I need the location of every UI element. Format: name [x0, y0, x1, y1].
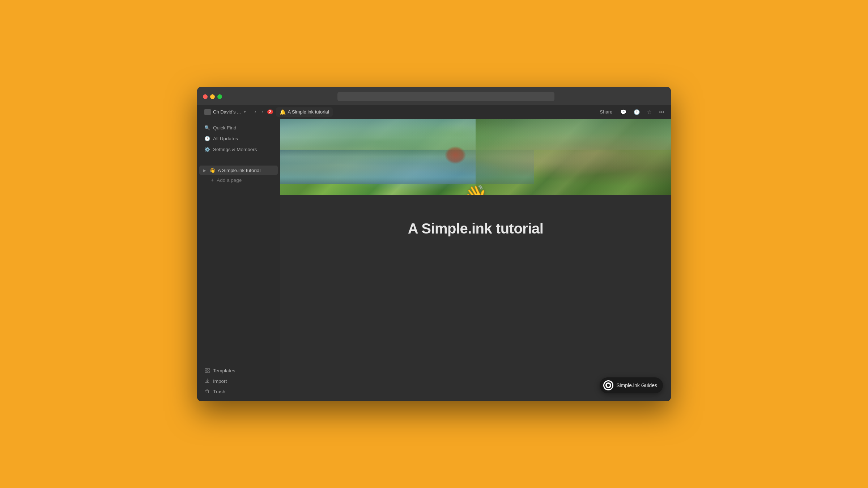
ellipsis-icon: ••• [659, 109, 664, 115]
browser-chrome [197, 87, 671, 105]
svg-rect-2 [205, 371, 207, 373]
content-area: 👋 A Simple.ink tutorial [280, 119, 671, 401]
tab-bar-actions: Share 💬 🕐 ☆ ••• [597, 108, 667, 116]
sidebar-divider [202, 157, 275, 157]
sidebar-bottom: Templates Import [197, 365, 280, 401]
content-scroll[interactable]: 👋 A Simple.ink tutorial [280, 119, 671, 401]
cover-image: 👋 [280, 119, 671, 195]
minimize-button[interactable] [210, 94, 215, 99]
fullscreen-button[interactable] [217, 94, 222, 99]
updates-icon: 🕐 [204, 136, 210, 141]
sidebar-item-add-page[interactable]: + Add a page [199, 175, 278, 185]
app-container: Ch David's ... ▼ ‹ › 2 🔔 A Simple.ink tu… [197, 105, 671, 401]
pages-section: ▶ 👋 A Simple.ink tutorial + Add a page [197, 165, 280, 185]
add-page-label: Add a page [217, 177, 242, 183]
share-button[interactable]: Share [597, 108, 616, 116]
page-title: A Simple.ink tutorial [408, 221, 544, 237]
comment-icon: 💬 [620, 109, 626, 115]
page-content: A Simple.ink tutorial [280, 195, 671, 401]
address-bar[interactable] [337, 92, 554, 101]
nav-controls: ‹ › 2 [252, 108, 273, 116]
more-options-button[interactable]: ••• [657, 108, 667, 116]
workspace-name: Ch David's ... [213, 109, 241, 115]
workspace-selector[interactable]: Ch David's ... ▼ [201, 107, 250, 117]
all-updates-label: All Updates [213, 136, 238, 141]
notification-badge: 2 [267, 110, 273, 114]
tab-label: A Simple.ink tutorial [288, 109, 329, 115]
star-icon: ☆ [647, 109, 652, 115]
guides-logo-ring [604, 381, 612, 389]
guides-badge[interactable]: Simple.ink Guides [600, 377, 663, 393]
trash-label: Trash [213, 389, 225, 394]
tab-bar: Ch David's ... ▼ ‹ › 2 🔔 A Simple.ink tu… [197, 105, 671, 119]
add-icon: + [211, 177, 214, 183]
guides-logo-dot [607, 384, 610, 387]
main-area: 🔍 Quick Find 🕐 All Updates ⚙️ Settings &… [197, 119, 671, 401]
sidebar-item-templates[interactable]: Templates [199, 365, 278, 376]
sidebar-item-quick-find[interactable]: 🔍 Quick Find [199, 123, 278, 133]
import-icon [204, 378, 210, 384]
page-name: A Simple.ink tutorial [218, 168, 261, 173]
templates-label: Templates [213, 368, 235, 373]
settings-label: Settings & Members [213, 147, 257, 152]
traffic-lights [203, 94, 222, 99]
chevron-left-icon: ‹ [255, 109, 256, 115]
active-tab[interactable]: 🔔 A Simple.ink tutorial [276, 107, 333, 117]
close-button[interactable] [203, 94, 208, 99]
search-icon: 🔍 [204, 125, 210, 130]
page-emoji-icon: 👋 [209, 167, 216, 173]
red-accent-layer [444, 146, 466, 164]
import-label: Import [213, 378, 227, 384]
sidebar-item-tutorial-page[interactable]: ▶ 👋 A Simple.ink tutorial [199, 166, 278, 175]
comments-button[interactable]: 💬 [618, 108, 629, 116]
history-icon: 🕐 [634, 109, 640, 115]
chevron-right-icon: › [262, 109, 263, 115]
svg-rect-1 [208, 368, 209, 370]
sidebar-item-trash[interactable]: Trash [199, 386, 278, 397]
nav-forward-button[interactable]: › [260, 108, 265, 116]
expand-chevron-icon: ▶ [202, 168, 207, 172]
svg-rect-3 [208, 371, 209, 373]
history-button[interactable]: 🕐 [631, 108, 642, 116]
trash-icon [204, 389, 210, 394]
svg-rect-0 [205, 368, 207, 370]
settings-icon: ⚙️ [204, 146, 210, 152]
nav-back-button[interactable]: ‹ [252, 108, 258, 116]
star-button[interactable]: ☆ [645, 108, 654, 116]
sidebar-item-all-updates[interactable]: 🕐 All Updates [199, 133, 278, 144]
chevron-down-icon: ▼ [243, 110, 247, 114]
quick-find-label: Quick Find [213, 125, 237, 130]
guides-logo [603, 380, 613, 390]
templates-icon [204, 368, 210, 373]
sidebar-item-settings[interactable]: ⚙️ Settings & Members [199, 144, 278, 154]
sidebar-item-import[interactable]: Import [199, 376, 278, 386]
sidebar: 🔍 Quick Find 🕐 All Updates ⚙️ Settings &… [197, 119, 280, 401]
workspace-icon [204, 109, 211, 115]
guides-badge-label: Simple.ink Guides [616, 382, 657, 388]
page-cover-emoji: 👋 [464, 184, 488, 195]
tab-icon: 🔔 [280, 109, 286, 115]
